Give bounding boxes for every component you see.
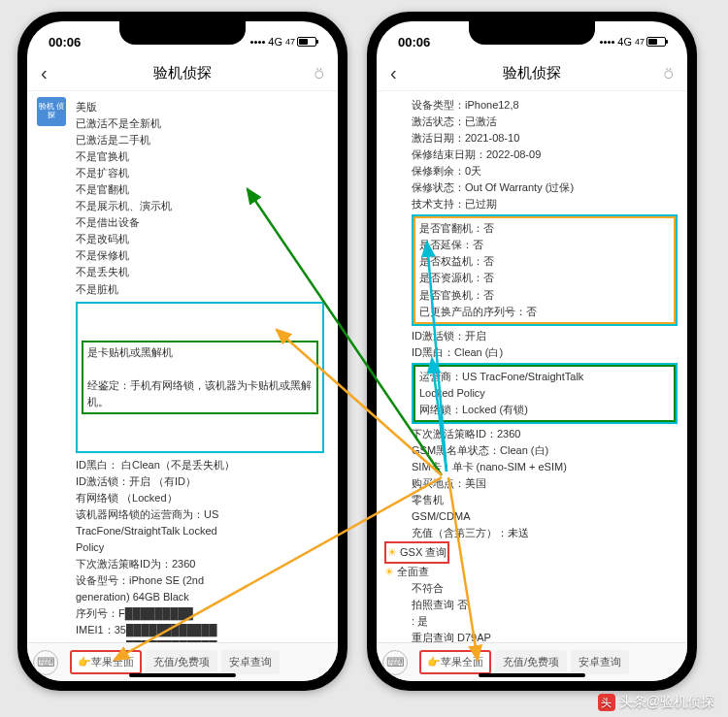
report-line: 不是扩容机	[76, 165, 324, 181]
chat-content[interactable]: 验机 侦探 美版 已激活不是全新机 已激活是二手机 不是官换机 不是扩容机 不是…	[27, 91, 338, 642]
report-line: 不是官翻机	[76, 181, 324, 198]
battery-icon: 47	[285, 37, 316, 47]
report-line: 运营商：US TracFone/StraightTalk	[419, 369, 670, 385]
profile-icon[interactable]: ⍥	[314, 65, 324, 82]
report-line: 下次激活策略ID：2360	[412, 426, 678, 442]
report-line: 是否官换机：否	[419, 287, 670, 304]
report-line: 充值（含第三方）：未送	[412, 525, 678, 541]
report-line: 激活状态：已激活	[412, 114, 678, 130]
notch	[119, 21, 246, 45]
report-line: 已激活是二手机	[76, 132, 324, 148]
home-indicator[interactable]	[129, 673, 236, 677]
highlight-box-cyan: 是否官翻机：否 是否延保：否 是否权益机：否 是否资源机：否 是否官换机：否 已…	[412, 214, 678, 325]
highlight-box-cyan: 运营商：US TracFone/StraightTalk Locked Poli…	[412, 363, 678, 424]
highlight-box-green: 运营商：US TracFone/StraightTalk Locked Poli…	[414, 365, 676, 422]
watermark: 头 头条@验机侦探	[598, 694, 714, 711]
battery-icon: 47	[635, 37, 666, 47]
report-line: 美版	[76, 99, 324, 115]
message-bubble: 美版 已激活不是全新机 已激活是二手机 不是官换机 不是扩容机 不是官翻机 不是…	[72, 97, 328, 642]
report-line: Policy	[76, 539, 324, 556]
report-line: 不符合	[412, 580, 678, 597]
gsx-row: ☀ GSX 查询	[384, 541, 678, 564]
report-line: 是否资源机：否	[419, 270, 670, 286]
highlight-box-red: ☀ GSX 查询	[384, 541, 449, 564]
tab-apple-full[interactable]: 👉苹果全面	[419, 650, 491, 674]
report-line: 不是官换机	[76, 148, 324, 165]
report-line: 不是脏机	[76, 281, 324, 298]
tab-recharge[interactable]: 充值/免费项	[495, 650, 567, 674]
quancha-row: ☀ 全面查	[384, 564, 678, 580]
nav-bar: ‹ 验机侦探 ⍥	[377, 56, 687, 91]
report-line: 不是改码机	[76, 231, 324, 247]
keyboard-icon[interactable]: ⌨	[382, 650, 408, 675]
report-line: 是否延保：否	[419, 237, 670, 253]
report-line: ID黑白：Clean (白)	[412, 344, 678, 361]
report-line: 序列号：F█████████	[76, 605, 324, 622]
avatar[interactable]: 验机 侦探	[37, 97, 66, 126]
tab-recharge[interactable]: 充值/免费项	[146, 650, 217, 674]
tab-android[interactable]: 安卓查询	[221, 650, 280, 674]
report-line: GSM黑名单状态：Clean (白)	[412, 442, 678, 459]
report-line: ID激活锁：开启 （有ID）	[76, 473, 324, 490]
highlight-box-cyan: 是卡贴机或黑解机 经鉴定：手机有网络锁，该机器为卡贴机或黑解机。	[76, 302, 324, 453]
notch	[469, 21, 595, 45]
back-icon[interactable]: ‹	[390, 62, 397, 84]
report-line: 技术支持：已过期	[412, 196, 678, 212]
report-line: 不是展示机、演示机	[76, 198, 324, 214]
report-line: 激活日期：2021-08-10	[412, 130, 678, 147]
nav-bar: ‹ 验机侦探 ⍥	[27, 56, 338, 91]
sun-icon: ☀	[387, 546, 397, 558]
network-label: 4G	[617, 36, 632, 48]
report-line: 拍照查询 否	[412, 597, 678, 613]
highlight-box-green: 是卡贴机或黑解机 经鉴定：手机有网络锁，该机器为卡贴机或黑解机。	[82, 341, 318, 414]
tab-apple-full[interactable]: 👉👉苹果全面苹果全面	[70, 650, 142, 674]
watermark-text: 头条@验机侦探	[619, 694, 714, 711]
sun-icon: ☀	[384, 566, 394, 577]
report-line: IMEI1：35████████████	[76, 622, 324, 638]
report-line: GSM/CDMA	[412, 508, 678, 525]
status-time: 00:06	[398, 35, 430, 49]
phone-right: 00:06 4G 47 ‹ 验机侦探 ⍥ 设备类型：iPhone12,8 激活状…	[367, 12, 697, 691]
report-line: generation) 64GB Black	[76, 589, 324, 605]
report-line: 购买地点：美国	[412, 475, 678, 492]
report-line: 保修状态：Out Of Warranty (过保)	[412, 179, 678, 196]
status-time: 00:06	[49, 35, 81, 49]
signal-icon	[250, 41, 265, 44]
report-line: 网络锁：Locked (有锁)	[419, 402, 670, 418]
phone-left: 00:06 4G 47 ‹ 验机侦探 ⍥ 验机 侦探 美版 已激活不是全新机 已…	[17, 12, 347, 691]
report-line: ID激活锁：开启	[412, 328, 678, 344]
report-line: 是否权益机：否	[419, 253, 670, 270]
watermark-icon: 头	[598, 694, 615, 711]
profile-icon[interactable]: ⍥	[664, 65, 674, 82]
report-line: 该机器网络锁的运营商为：US	[76, 506, 324, 523]
report-line: 不是丢失机	[76, 264, 324, 280]
report-line: 重启查询 D79AP	[412, 630, 678, 642]
report-line: 有网络锁 （Locked）	[76, 490, 324, 506]
signal-icon	[600, 41, 614, 44]
nav-title: 验机侦探	[503, 64, 561, 82]
chat-content[interactable]: 设备类型：iPhone12,8 激活状态：已激活 激活日期：2021-08-10…	[377, 91, 687, 642]
report-line: SIM卡：单卡 (nano-SIM + eSIM)	[412, 459, 678, 475]
status-right: 4G 47	[600, 36, 666, 48]
report-line: 已激活不是全新机	[76, 115, 324, 132]
report-line: 下次激活策略ID为：2360	[76, 556, 324, 572]
keyboard-icon[interactable]: ⌨	[33, 650, 58, 675]
report-line: 零售机	[412, 492, 678, 508]
back-icon[interactable]: ‹	[41, 62, 48, 84]
tab-android[interactable]: 安卓查询	[571, 650, 629, 674]
status-right: 4G 47	[250, 36, 316, 48]
report-line: 设备类型：iPhone12,8	[412, 97, 678, 114]
report-line: ID黑白： 白Clean（不是丢失机）	[76, 457, 324, 473]
highlight-box-orange: 是否官翻机：否 是否延保：否 是否权益机：否 是否资源机：否 是否官换机：否 已…	[414, 216, 676, 323]
report-line: 不是保修机	[76, 247, 324, 264]
report-line: 设备型号：iPhone SE (2nd	[76, 572, 324, 589]
report-line: 保修剩余：0天	[412, 163, 678, 179]
report-line: Locked Policy	[419, 385, 670, 402]
report-line: : 是	[412, 613, 678, 630]
report-line: TracFone/StraightTalk Locked	[76, 523, 324, 539]
report-line: 是否官翻机：否	[419, 220, 670, 237]
report-line: 已更换产品的序列号：否	[419, 304, 670, 320]
home-indicator[interactable]	[479, 673, 585, 677]
network-label: 4G	[268, 36, 282, 48]
nav-title: 验机侦探	[153, 64, 212, 82]
